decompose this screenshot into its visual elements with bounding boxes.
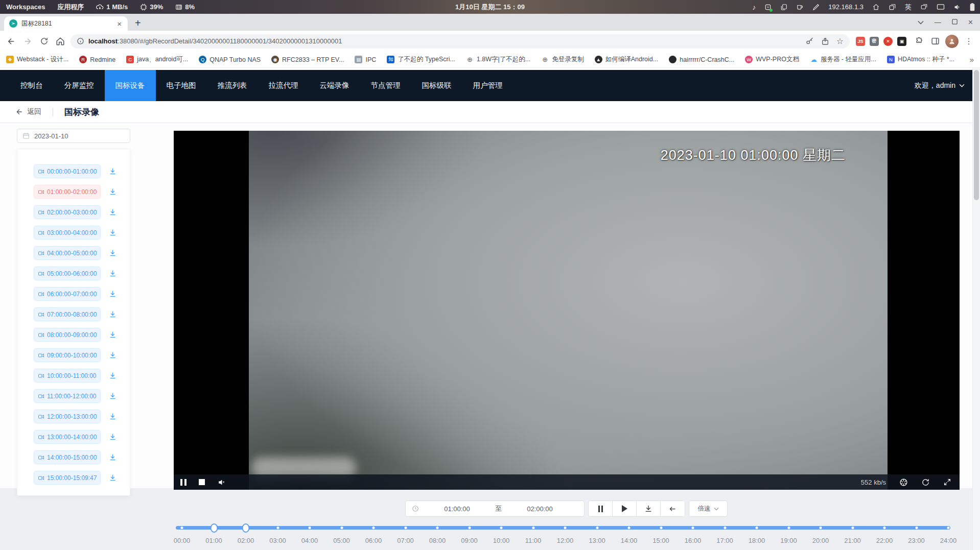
monitor-tray-icon[interactable] — [937, 4, 945, 10]
record-range-pill[interactable]: 10:00:00-11:00:00 — [34, 369, 101, 382]
snapshot-aperture-icon[interactable] — [899, 478, 908, 487]
record-range-pill[interactable]: 15:00:00-15:09:47 — [34, 471, 101, 485]
forward-nav-icon[interactable] — [21, 35, 34, 47]
bookmarks-overflow-button[interactable]: » — [970, 55, 974, 64]
player-refresh-icon[interactable] — [921, 478, 930, 487]
nav-tab[interactable]: 国标设备 — [105, 70, 156, 101]
record-download-button[interactable] — [109, 392, 116, 400]
record-download-button[interactable] — [109, 168, 116, 175]
record-download-button[interactable] — [109, 188, 116, 196]
record-download-button[interactable] — [109, 208, 116, 216]
video-player[interactable]: 2023-01-10 01:00:00 星期二 552 kb/s — [174, 131, 960, 490]
applications-menu[interactable]: 应用程序 — [57, 3, 84, 12]
nav-tab[interactable]: 分屏监控 — [54, 70, 105, 101]
record-download-button[interactable] — [109, 331, 116, 339]
bookmark-item[interactable]: ▲如何编译Android... — [595, 55, 659, 64]
user-menu[interactable]: 欢迎，admin — [915, 70, 965, 101]
home-icon[interactable] — [54, 35, 66, 47]
bookmark-item[interactable]: ❖Webstack - 设计... — [6, 55, 68, 64]
share-icon[interactable] — [821, 37, 829, 45]
seek-back-button[interactable] — [661, 501, 685, 516]
play-button[interactable] — [613, 501, 637, 516]
record-download-button[interactable] — [109, 474, 116, 482]
nav-tab[interactable]: 节点管理 — [360, 70, 411, 101]
browser-menu-icon[interactable]: ⋮ — [963, 36, 975, 46]
note-tray-icon[interactable]: ♪ — [752, 3, 756, 11]
player-pause-icon[interactable] — [180, 479, 186, 486]
record-range-pill[interactable]: 05:00:00-06:00:00 — [34, 267, 101, 280]
timeline-rail[interactable] — [176, 526, 950, 530]
record-download-button[interactable] — [109, 372, 116, 379]
record-download-button[interactable] — [109, 249, 116, 257]
speed-dropdown[interactable]: 倍速 — [689, 500, 728, 517]
bookmark-item[interactable]: hairrrrr/C-CrashC... — [669, 56, 734, 63]
bookmark-item[interactable]: ⊕免登录复制 — [541, 55, 584, 64]
page-scrollbar[interactable] — [972, 68, 980, 550]
record-download-button[interactable] — [109, 290, 116, 298]
record-range-pill[interactable]: 11:00:00-12:00:00 — [34, 389, 101, 403]
record-range-pill[interactable]: 14:00:00-15:00:00 — [34, 450, 101, 464]
back-nav-icon[interactable] — [5, 35, 17, 47]
tab-search-chevron-icon[interactable] — [918, 18, 924, 26]
bookmark-item[interactable]: NHDAtmos :: 种子 *... — [887, 55, 954, 64]
record-download-button[interactable] — [109, 433, 116, 441]
record-download-button[interactable] — [109, 270, 116, 277]
record-range-pill[interactable]: 01:00:00-02:00:00 — [34, 185, 101, 199]
side-panel-icon[interactable] — [929, 35, 941, 47]
bookmark-item[interactable]: QQNAP Turbo NAS — [199, 56, 261, 63]
record-range-pill[interactable]: 12:00:00-13:00:00 — [34, 410, 101, 423]
download-button[interactable] — [637, 501, 661, 516]
record-range-pill[interactable]: 13:00:00-14:00:00 — [34, 430, 101, 444]
nav-tab[interactable]: 云端录像 — [309, 70, 360, 101]
pen-tray-icon[interactable] — [812, 4, 820, 11]
url-bar[interactable]: localhost:38080/#/gbRecordDetail/3402000… — [71, 34, 850, 49]
window-maximize-button[interactable] — [952, 18, 958, 26]
volume-tray-icon[interactable] — [953, 4, 961, 11]
workspaces-tray-icon[interactable] — [889, 4, 896, 11]
record-range-pill[interactable]: 06:00:00-07:00:00 — [34, 287, 101, 301]
window-switch-icon[interactable] — [920, 4, 928, 11]
workspaces-button[interactable]: Workspaces — [6, 3, 45, 11]
site-info-icon[interactable] — [77, 37, 84, 45]
clipboard-tray-icon[interactable] — [780, 4, 787, 11]
record-download-button[interactable] — [109, 453, 116, 461]
nav-tab[interactable]: 控制台 — [10, 70, 54, 101]
record-range-pill[interactable]: 08:00:00-09:00:00 — [34, 328, 101, 342]
scrollbar-thumb[interactable] — [974, 70, 979, 200]
start-time-value[interactable]: 01:00:00 — [419, 505, 495, 513]
end-time-value[interactable]: 02:00:00 — [502, 505, 578, 513]
time-range-input[interactable]: 01:00:00 至 02:00:00 — [405, 500, 585, 517]
record-range-pill[interactable]: 03:00:00-04:00:00 — [34, 226, 101, 240]
record-range-pill[interactable]: 04:00:00-05:00:00 — [34, 246, 101, 260]
nav-tab[interactable]: 推流列表 — [207, 70, 258, 101]
date-picker[interactable]: 2023-01-10 — [17, 129, 130, 143]
bookmark-item[interactable]: Cjava、android可... — [126, 55, 188, 64]
record-range-pill[interactable]: 09:00:00-10:00:00 — [34, 348, 101, 362]
js-extension-icon[interactable]: JS — [856, 37, 865, 46]
bookmark-item[interactable]: ⊕1.8W字|了不起的... — [466, 55, 530, 64]
nav-tab[interactable]: 电子地图 — [156, 70, 207, 101]
new-tab-button[interactable]: + — [135, 18, 141, 28]
bookmark-item[interactable]: 知了不起的 TypeScri... — [387, 55, 455, 64]
browser-tab[interactable]: 国标28181 × — [4, 16, 128, 31]
player-mute-icon[interactable] — [217, 479, 226, 486]
bookmark-item[interactable]: ▤IPC — [355, 56, 376, 63]
bookmark-item[interactable]: RRedmine — [79, 56, 115, 63]
reload-icon[interactable] — [38, 35, 50, 47]
back-button[interactable]: 返回 — [15, 107, 41, 116]
dark-extension-icon[interactable]: ▣ — [897, 37, 906, 46]
adblock-extension-icon[interactable]: ✕ — [883, 37, 893, 46]
record-download-button[interactable] — [109, 229, 116, 236]
os-clock[interactable]: 1月10日 星期二 15：09 — [455, 0, 525, 14]
nav-tab[interactable]: 拉流代理 — [258, 70, 309, 101]
password-key-icon[interactable] — [806, 37, 814, 45]
bookmark-item[interactable]: ☁服务器 - 轻量应用... — [810, 55, 876, 64]
bookmark-item[interactable]: WWVP-PRO文档 — [745, 55, 799, 64]
record-download-button[interactable] — [109, 351, 116, 359]
password-extension-icon[interactable]: 密 — [870, 37, 879, 46]
record-download-button[interactable] — [109, 413, 116, 420]
profile-avatar[interactable] — [945, 35, 959, 48]
window-close-button[interactable]: × — [968, 18, 973, 27]
battery-tray-icon[interactable] — [970, 3, 975, 11]
bookmark-item[interactable]: ◉RFC2833 – RTP EV... — [271, 56, 344, 63]
